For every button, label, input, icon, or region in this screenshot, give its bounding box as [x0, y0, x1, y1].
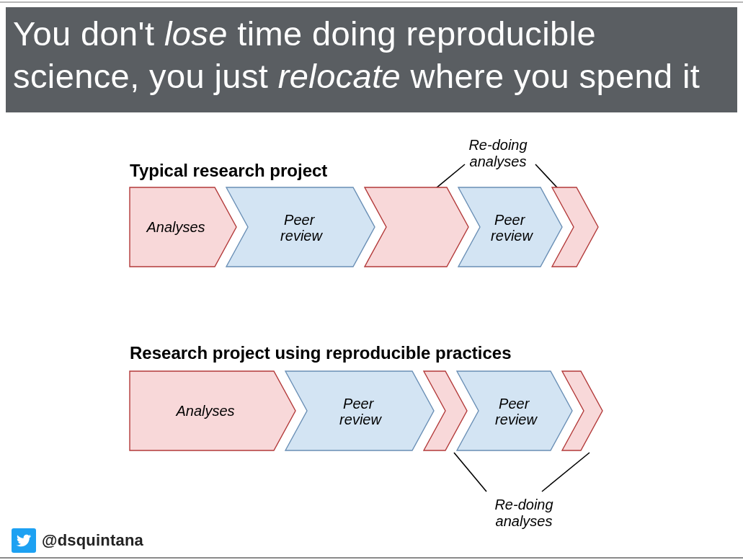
- slide-title: You don't lose time doing reproducible s…: [6, 7, 737, 112]
- svg-text:Analyses: Analyses: [175, 403, 234, 419]
- bottom-step-peer-review-2: Peer review: [457, 371, 572, 450]
- bottom-annotation: Re-doing analyses: [484, 497, 564, 530]
- top-step-peer-review-1: Peer review: [226, 187, 375, 267]
- bottom-annotation-l1: Re-doing: [494, 497, 553, 512]
- title-em2: relocate: [278, 57, 401, 95]
- twitter-icon: [12, 528, 36, 553]
- bottom-divider: [0, 557, 743, 559]
- svg-text:Peer
      review: Peer review: [339, 396, 382, 427]
- title-post: where you spend it: [401, 57, 700, 95]
- svg-line-19: [542, 453, 589, 492]
- top-annotation-l1: Re-doing: [468, 137, 527, 153]
- footer: @dsquintana: [12, 528, 143, 553]
- top-step-peer-review-2: Peer review: [458, 187, 562, 267]
- svg-marker-6: [365, 187, 468, 267]
- top-flow-diagram: Analyses Peer review Peer review: [123, 155, 627, 299]
- title-em1: lose: [164, 14, 228, 53]
- bottom-step-analyses: Analyses: [130, 371, 295, 450]
- top-step-analyses: Analyses: [130, 187, 236, 267]
- svg-text:Peer
      review: Peer review: [280, 212, 323, 244]
- bottom-flow-diagram: Analyses Peer review Peer review: [123, 342, 627, 515]
- twitter-handle: @dsquintana: [42, 531, 143, 550]
- top-step-redoing-1: [365, 187, 468, 267]
- svg-text:Peer
      review: Peer review: [491, 212, 533, 244]
- bottom-annotation-l2: analyses: [496, 513, 553, 529]
- top-divider: [0, 1, 743, 3]
- bottom-step-peer-review-1: Peer review: [285, 371, 434, 450]
- title-pre: You don't: [13, 14, 164, 53]
- svg-text:Peer
      review: Peer review: [495, 396, 538, 427]
- svg-text:Analyses: Analyses: [146, 219, 205, 235]
- svg-line-18: [454, 453, 486, 492]
